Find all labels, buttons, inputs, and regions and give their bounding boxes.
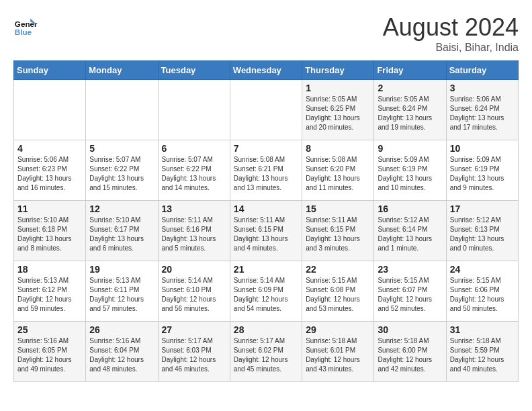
- location: Baisi, Bihar, India: [383, 42, 519, 54]
- calendar-cell: 20Sunrise: 5:14 AM Sunset: 6:10 PM Dayli…: [158, 261, 230, 322]
- calendar-cell: 13Sunrise: 5:11 AM Sunset: 6:16 PM Dayli…: [158, 201, 230, 261]
- day-info: Sunrise: 5:05 AM Sunset: 6:25 PM Dayligh…: [306, 95, 370, 132]
- calendar-cell: 17Sunrise: 5:12 AM Sunset: 6:13 PM Dayli…: [446, 201, 518, 261]
- day-number: 27: [162, 324, 226, 335]
- day-info: Sunrise: 5:15 AM Sunset: 6:08 PM Dayligh…: [306, 276, 370, 314]
- calendar-cell: 1Sunrise: 5:05 AM Sunset: 6:25 PM Daylig…: [302, 80, 374, 140]
- day-info: Sunrise: 5:12 AM Sunset: 6:13 PM Dayligh…: [450, 216, 515, 253]
- calendar-cell: 6Sunrise: 5:07 AM Sunset: 6:22 PM Daylig…: [158, 140, 230, 201]
- calendar-cell: [86, 80, 158, 140]
- logo-icon: General Blue: [13, 13, 38, 38]
- day-header-friday: Friday: [374, 61, 446, 80]
- calendar-cell: 7Sunrise: 5:08 AM Sunset: 6:21 PM Daylig…: [230, 140, 302, 201]
- day-info: Sunrise: 5:11 AM Sunset: 6:16 PM Dayligh…: [162, 216, 226, 253]
- day-number: 4: [17, 143, 82, 154]
- day-number: 30: [378, 324, 442, 335]
- day-info: Sunrise: 5:15 AM Sunset: 6:07 PM Dayligh…: [378, 276, 442, 314]
- calendar-cell: [158, 80, 230, 140]
- week-row-2: 4Sunrise: 5:06 AM Sunset: 6:23 PM Daylig…: [14, 140, 519, 201]
- day-number: 9: [378, 143, 442, 154]
- calendar-cell: [230, 80, 302, 140]
- day-info: Sunrise: 5:13 AM Sunset: 6:12 PM Dayligh…: [17, 276, 82, 314]
- day-number: 25: [17, 324, 82, 335]
- day-header-thursday: Thursday: [302, 61, 374, 80]
- calendar-cell: 30Sunrise: 5:18 AM Sunset: 6:00 PM Dayli…: [374, 322, 446, 382]
- day-number: 23: [378, 264, 442, 275]
- day-header-monday: Monday: [86, 61, 158, 80]
- day-info: Sunrise: 5:07 AM Sunset: 6:22 PM Dayligh…: [162, 155, 226, 193]
- calendar-cell: 8Sunrise: 5:08 AM Sunset: 6:20 PM Daylig…: [302, 140, 374, 201]
- day-number: 3: [450, 83, 515, 93]
- day-info: Sunrise: 5:05 AM Sunset: 6:24 PM Dayligh…: [378, 95, 442, 132]
- day-header-wednesday: Wednesday: [230, 61, 302, 80]
- day-number: 2: [378, 83, 442, 93]
- day-number: 13: [162, 203, 226, 214]
- day-number: 16: [378, 203, 442, 214]
- day-info: Sunrise: 5:10 AM Sunset: 6:18 PM Dayligh…: [17, 216, 82, 253]
- calendar-cell: 14Sunrise: 5:11 AM Sunset: 6:15 PM Dayli…: [230, 201, 302, 261]
- day-number: 21: [234, 264, 298, 275]
- calendar-cell: 23Sunrise: 5:15 AM Sunset: 6:07 PM Dayli…: [374, 261, 446, 322]
- calendar-table: SundayMondayTuesdayWednesdayThursdayFrid…: [13, 60, 519, 382]
- calendar-cell: 18Sunrise: 5:13 AM Sunset: 6:12 PM Dayli…: [14, 261, 86, 322]
- day-number: 19: [89, 264, 154, 275]
- day-number: 18: [17, 264, 82, 275]
- calendar-cell: 5Sunrise: 5:07 AM Sunset: 6:22 PM Daylig…: [86, 140, 158, 201]
- day-number: 29: [306, 324, 370, 335]
- calendar-cell: 19Sunrise: 5:13 AM Sunset: 6:11 PM Dayli…: [86, 261, 158, 322]
- day-header-saturday: Saturday: [446, 61, 518, 80]
- day-info: Sunrise: 5:06 AM Sunset: 6:24 PM Dayligh…: [450, 95, 515, 132]
- day-number: 12: [89, 203, 154, 214]
- calendar-cell: 22Sunrise: 5:15 AM Sunset: 6:08 PM Dayli…: [302, 261, 374, 322]
- day-number: 28: [234, 324, 298, 335]
- day-info: Sunrise: 5:09 AM Sunset: 6:19 PM Dayligh…: [450, 155, 515, 193]
- day-number: 11: [17, 203, 82, 214]
- calendar-cell: 15Sunrise: 5:11 AM Sunset: 6:15 PM Dayli…: [302, 201, 374, 261]
- svg-text:Blue: Blue: [15, 28, 32, 36]
- day-number: 7: [234, 143, 298, 154]
- calendar-cell: 26Sunrise: 5:16 AM Sunset: 6:04 PM Dayli…: [86, 322, 158, 382]
- day-info: Sunrise: 5:17 AM Sunset: 6:03 PM Dayligh…: [162, 336, 226, 374]
- calendar-header: SundayMondayTuesdayWednesdayThursdayFrid…: [14, 61, 519, 80]
- day-info: Sunrise: 5:14 AM Sunset: 6:10 PM Dayligh…: [162, 276, 226, 314]
- day-number: 10: [450, 143, 515, 154]
- day-info: Sunrise: 5:18 AM Sunset: 5:59 PM Dayligh…: [450, 336, 515, 374]
- day-number: 14: [234, 203, 298, 214]
- day-info: Sunrise: 5:13 AM Sunset: 6:11 PM Dayligh…: [89, 276, 154, 314]
- day-info: Sunrise: 5:15 AM Sunset: 6:06 PM Dayligh…: [450, 276, 515, 314]
- calendar-cell: 16Sunrise: 5:12 AM Sunset: 6:14 PM Dayli…: [374, 201, 446, 261]
- day-info: Sunrise: 5:18 AM Sunset: 6:00 PM Dayligh…: [378, 336, 442, 374]
- day-number: 5: [89, 143, 154, 154]
- day-number: 31: [450, 324, 515, 335]
- day-number: 6: [162, 143, 226, 154]
- week-row-5: 25Sunrise: 5:16 AM Sunset: 6:05 PM Dayli…: [14, 322, 519, 382]
- week-row-1: 1Sunrise: 5:05 AM Sunset: 6:25 PM Daylig…: [14, 80, 519, 140]
- day-info: Sunrise: 5:08 AM Sunset: 6:20 PM Dayligh…: [306, 155, 370, 193]
- calendar-cell: 9Sunrise: 5:09 AM Sunset: 6:19 PM Daylig…: [374, 140, 446, 201]
- day-info: Sunrise: 5:18 AM Sunset: 6:01 PM Dayligh…: [306, 336, 370, 374]
- calendar-cell: 21Sunrise: 5:14 AM Sunset: 6:09 PM Dayli…: [230, 261, 302, 322]
- calendar-cell: 2Sunrise: 5:05 AM Sunset: 6:24 PM Daylig…: [374, 80, 446, 140]
- calendar-cell: 10Sunrise: 5:09 AM Sunset: 6:19 PM Dayli…: [446, 140, 518, 201]
- calendar-cell: 27Sunrise: 5:17 AM Sunset: 6:03 PM Dayli…: [158, 322, 230, 382]
- day-number: 17: [450, 203, 515, 214]
- day-number: 26: [89, 324, 154, 335]
- day-info: Sunrise: 5:11 AM Sunset: 6:15 PM Dayligh…: [234, 216, 298, 253]
- day-info: Sunrise: 5:12 AM Sunset: 6:14 PM Dayligh…: [378, 216, 442, 253]
- title-block: August 2024 Baisi, Bihar, India: [383, 13, 519, 54]
- week-row-3: 11Sunrise: 5:10 AM Sunset: 6:18 PM Dayli…: [14, 201, 519, 261]
- calendar-cell: 3Sunrise: 5:06 AM Sunset: 6:24 PM Daylig…: [446, 80, 518, 140]
- logo: General Blue: [13, 13, 38, 38]
- day-header-sunday: Sunday: [14, 61, 86, 80]
- day-number: 20: [162, 264, 226, 275]
- day-info: Sunrise: 5:16 AM Sunset: 6:04 PM Dayligh…: [89, 336, 154, 374]
- day-info: Sunrise: 5:11 AM Sunset: 6:15 PM Dayligh…: [306, 216, 370, 253]
- page-header: General Blue August 2024 Baisi, Bihar, I…: [13, 13, 519, 54]
- day-number: 24: [450, 264, 515, 275]
- calendar-cell: 29Sunrise: 5:18 AM Sunset: 6:01 PM Dayli…: [302, 322, 374, 382]
- day-info: Sunrise: 5:06 AM Sunset: 6:23 PM Dayligh…: [17, 155, 82, 193]
- day-number: 1: [306, 83, 370, 93]
- day-info: Sunrise: 5:16 AM Sunset: 6:05 PM Dayligh…: [17, 336, 82, 374]
- calendar-cell: [14, 80, 86, 140]
- day-info: Sunrise: 5:09 AM Sunset: 6:19 PM Dayligh…: [378, 155, 442, 193]
